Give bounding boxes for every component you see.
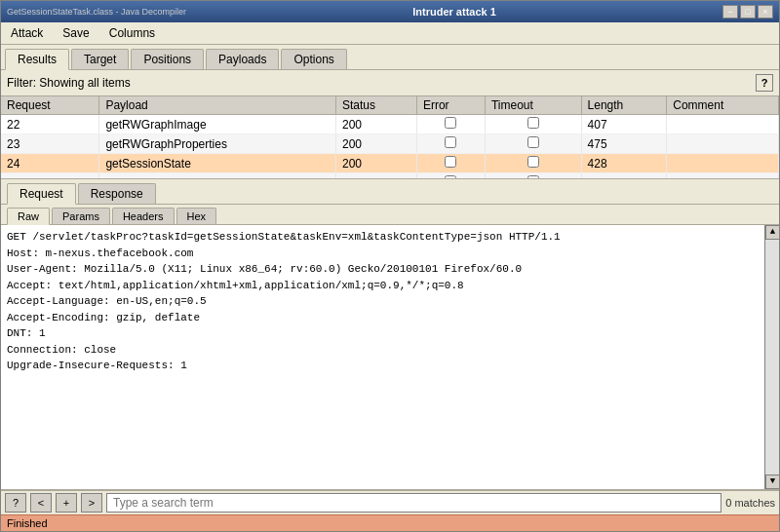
col-header-comment: Comment xyxy=(667,96,779,115)
cell-error xyxy=(416,115,485,134)
timeout-checkbox[interactable] xyxy=(527,175,539,179)
col-header-request: Request xyxy=(1,96,99,115)
cell-payload: getRWGraphImage xyxy=(99,115,336,134)
cell-length: 428 xyxy=(581,154,667,173)
status-text: Finished xyxy=(7,517,48,529)
window-controls: − □ × xyxy=(722,5,773,19)
maximize-button[interactable]: □ xyxy=(740,5,756,19)
timeout-checkbox[interactable] xyxy=(527,117,539,129)
tab-payloads[interactable]: Payloads xyxy=(206,49,279,69)
timeout-checkbox[interactable] xyxy=(527,136,539,148)
request-line-1: Host: m-nexus.thefacebook.com xyxy=(7,246,773,262)
cell-timeout xyxy=(485,115,581,134)
cell-request: 24 xyxy=(1,154,99,173)
error-checkbox[interactable] xyxy=(445,136,456,148)
error-checkbox[interactable] xyxy=(445,117,456,129)
format-tab-headers[interactable]: Headers xyxy=(112,208,175,224)
filter-help-button[interactable]: ? xyxy=(756,74,773,92)
cell-error xyxy=(416,154,485,173)
table-row[interactable]: 25 loadBlocks 200 479 xyxy=(1,173,779,180)
prev-button[interactable]: + xyxy=(56,493,77,513)
format-tab-raw[interactable]: Raw xyxy=(7,208,50,225)
scroll-down-arrow[interactable]: ▼ xyxy=(765,475,779,489)
format-tab-params[interactable]: Params xyxy=(52,208,110,224)
menu-bar: Attack Save Columns xyxy=(1,22,779,45)
cell-timeout xyxy=(485,173,581,180)
request-line-3: Accept: text/html,application/xhtml+xml,… xyxy=(7,278,773,294)
next-button[interactable]: > xyxy=(81,493,102,513)
cell-timeout xyxy=(485,134,581,154)
status-bar: Finished xyxy=(1,514,779,531)
cell-comment xyxy=(667,134,779,154)
cell-payload: loadBlocks xyxy=(99,173,336,180)
scroll-up-arrow[interactable]: ▲ xyxy=(765,225,779,240)
cell-request: 25 xyxy=(1,173,99,180)
search-input[interactable] xyxy=(106,493,722,513)
cell-request: 23 xyxy=(1,134,99,154)
title-bar: GetSessionStateTask.class - Java Decompi… xyxy=(1,1,779,22)
table-header-row: Request Payload Status Error Timeout Len… xyxy=(1,96,779,115)
tab-request[interactable]: Request xyxy=(7,183,76,205)
col-header-payload: Payload xyxy=(99,96,336,115)
cell-status: 200 xyxy=(335,115,416,134)
col-header-error: Error xyxy=(416,96,485,115)
request-response-tabs: Request Response xyxy=(1,179,779,205)
cell-status: 200 xyxy=(335,134,416,154)
main-tabs: Results Target Positions Payloads Option… xyxy=(1,45,779,70)
window-title: Intruder attack 1 xyxy=(186,6,722,18)
timeout-checkbox[interactable] xyxy=(527,156,539,168)
cell-length: 407 xyxy=(581,115,667,134)
cell-comment xyxy=(667,173,779,180)
bottom-bar: ? < + > 0 matches xyxy=(1,490,779,514)
col-header-length: Length xyxy=(581,96,667,115)
request-line-4: Accept-Language: en-US,en;q=0.5 xyxy=(7,293,773,310)
filter-text: Filter: Showing all items xyxy=(7,76,131,90)
main-window: GetSessionStateTask.class - Java Decompi… xyxy=(0,0,780,532)
error-checkbox[interactable] xyxy=(445,175,456,179)
menu-columns[interactable]: Columns xyxy=(103,24,161,42)
cell-comment xyxy=(667,115,779,134)
menu-attack[interactable]: Attack xyxy=(5,24,49,42)
request-line-2: User-Agent: Mozilla/5.0 (X11; Linux x86_… xyxy=(7,261,773,278)
cell-payload: getRWGraphProperties xyxy=(99,134,336,154)
cell-error xyxy=(416,134,485,154)
col-header-status: Status xyxy=(335,96,416,115)
subtitle-text: GetSessionStateTask.class - Java Decompi… xyxy=(7,7,186,17)
tab-options[interactable]: Options xyxy=(281,49,346,69)
help-button[interactable]: ? xyxy=(5,493,26,513)
format-tabs: Raw Params Headers Hex xyxy=(1,205,779,225)
cell-request: 22 xyxy=(1,115,99,134)
results-table: Request Payload Status Error Timeout Len… xyxy=(1,96,779,179)
scroll-track xyxy=(765,240,779,475)
request-line-6: DNT: 1 xyxy=(7,325,773,342)
cell-payload: getSessionState xyxy=(99,154,336,173)
results-table-container: Request Payload Status Error Timeout Len… xyxy=(1,96,779,179)
content-scrollbar[interactable]: ▲ ▼ xyxy=(764,225,779,489)
filter-bar: Filter: Showing all items ? xyxy=(1,70,779,96)
matches-count: 0 matches xyxy=(725,497,775,509)
error-checkbox[interactable] xyxy=(445,156,456,168)
tab-target[interactable]: Target xyxy=(71,49,129,69)
table-row[interactable]: 22 getRWGraphImage 200 407 xyxy=(1,115,779,134)
cell-error xyxy=(416,173,485,180)
tab-response[interactable]: Response xyxy=(78,183,156,204)
close-button[interactable]: × xyxy=(758,5,773,19)
table-row-selected[interactable]: 24 getSessionState 200 428 xyxy=(1,154,779,173)
cell-length: 475 xyxy=(581,134,667,154)
cell-length: 479 xyxy=(581,173,667,180)
col-header-timeout: Timeout xyxy=(485,96,581,115)
format-tab-hex[interactable]: Hex xyxy=(176,208,217,224)
menu-save[interactable]: Save xyxy=(57,24,95,42)
request-line-8: Upgrade-Insecure-Requests: 1 xyxy=(7,358,773,374)
tab-positions[interactable]: Positions xyxy=(131,49,204,69)
cell-timeout xyxy=(485,154,581,173)
cell-status: 200 xyxy=(335,173,416,180)
tab-results[interactable]: Results xyxy=(5,49,69,70)
table-row[interactable]: 23 getRWGraphProperties 200 475 xyxy=(1,134,779,154)
prev-prev-button[interactable]: < xyxy=(30,493,52,513)
request-line-0: GET /servlet/taskProc?taskId=getSessionS… xyxy=(7,229,773,246)
request-line-7: Connection: close xyxy=(7,342,773,359)
cell-status: 200 xyxy=(335,154,416,173)
request-content-area: GET /servlet/taskProc?taskId=getSessionS… xyxy=(1,225,779,490)
minimize-button[interactable]: − xyxy=(722,5,738,19)
